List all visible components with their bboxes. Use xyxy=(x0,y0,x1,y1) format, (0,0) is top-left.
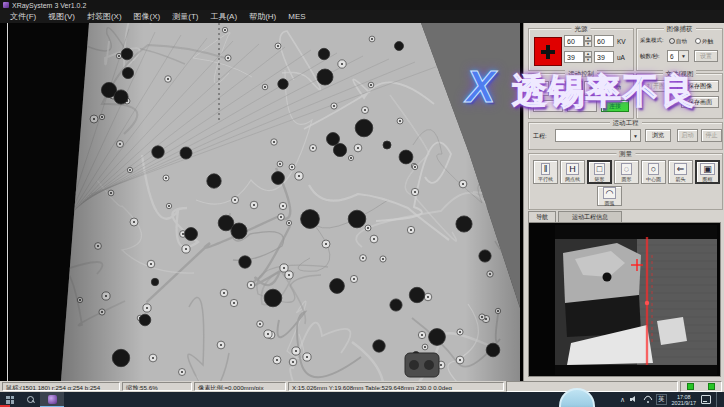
measure-tool-icon: ◠ xyxy=(603,187,617,199)
measure-tool-icon: H xyxy=(566,163,579,175)
kv-spinner[interactable]: ▲▼ xyxy=(584,35,592,47)
search-icon xyxy=(27,396,34,403)
capture-mode-auto[interactable]: 自动 xyxy=(669,37,687,45)
menu-item-2[interactable]: 视图(V) xyxy=(42,11,81,22)
status-bar: 鼠标:(1501,180) r:254 g:254 b:254缩放:55.6%像… xyxy=(0,381,724,392)
measure-tool-icon: ‖ xyxy=(541,163,551,175)
measure-tool-label: 图框 xyxy=(703,176,713,182)
status-led-1 xyxy=(687,383,694,390)
source-group: 光源 60 ▲▼ 60 KV 39 ▲▼ 39 uA xyxy=(528,28,634,71)
action-center-icon[interactable] xyxy=(701,395,711,404)
project-combo[interactable]: ▼ xyxy=(555,129,641,142)
kv-set-field[interactable]: 60 xyxy=(564,35,584,47)
measure-tool-label: 中心圆 xyxy=(646,176,661,182)
capture-group-title: 图像捕获 xyxy=(664,25,696,34)
screen: XRaySystem 3 Ver1.0.2 文件(F)视图(V)封装图(X)图像… xyxy=(0,0,724,407)
tab-1[interactable]: 导航 xyxy=(528,211,556,222)
measure-tool-icon: ○ xyxy=(648,163,659,175)
project-browse-button[interactable]: 浏览 xyxy=(645,129,671,142)
menu-bar: 文件(F)视图(V)封装图(X)图像(X)测量(T)工具(A)帮助(H)MES xyxy=(0,10,724,23)
measure-tool-8[interactable]: ◠ 圆弧 xyxy=(597,186,622,206)
capture-mode-label: 采集模式: xyxy=(640,37,664,44)
input-language-indicator[interactable]: 英 xyxy=(656,394,667,405)
project-start-button[interactable]: 启动 xyxy=(677,129,698,142)
measure-group: 测量 ‖ 平行线H 两点线□ 矩形◌ 圆形○ 中心圆⇐ 箭头▣ 图框◠ 圆弧 xyxy=(528,153,723,210)
taskbar-app-xraysystem[interactable] xyxy=(40,392,64,407)
capture-mode-ext[interactable]: 外触 xyxy=(695,37,713,45)
measure-tool-label: 箭头 xyxy=(676,176,686,182)
source-group-title: 光源 xyxy=(572,25,591,34)
measure-tool-6[interactable]: ⇐ 箭头 xyxy=(668,160,693,184)
measure-tool-3[interactable]: □ 矩形 xyxy=(587,160,612,184)
ua-read-field: 39 xyxy=(594,51,614,63)
measure-tool-2[interactable]: H 两点线 xyxy=(560,160,585,184)
project-combo-arrow[interactable]: ▼ xyxy=(630,130,640,141)
status-leds xyxy=(680,381,722,392)
kv-read-field: 60 xyxy=(594,35,614,47)
measure-tool-4[interactable]: ◌ 圆形 xyxy=(614,160,639,184)
measure-tool-1[interactable]: ‖ 平行线 xyxy=(533,160,558,184)
title-bar: XRaySystem 3 Ver1.0.2 xyxy=(0,0,724,10)
tab-2[interactable]: 运动工程信息 xyxy=(558,211,622,222)
capture-group: 图像捕获 采集模式: 自动 外触 帧数/秒: 6 ▼ 设置 xyxy=(636,28,723,71)
measure-tool-7[interactable]: ▣ 图框 xyxy=(695,160,720,184)
measure-tool-label: 圆弧 xyxy=(605,200,615,206)
menu-item-5[interactable]: 测量(T) xyxy=(166,11,204,22)
measure-tool-icon: ⇐ xyxy=(674,163,688,175)
overlay-defect-text: 透锡率不良 xyxy=(512,68,697,115)
status-cell-3: 像素比例:=0.000mm/pix xyxy=(194,382,286,391)
show-desktop-button[interactable] xyxy=(716,392,720,407)
taskbar-search-button[interactable] xyxy=(20,392,40,407)
measure-tool-icon: ▣ xyxy=(700,163,715,175)
status-spacer xyxy=(506,381,678,392)
measure-tool-icon: ◌ xyxy=(621,163,632,175)
project-group: 运动工程 工程: ▼ 浏览 启动 停止 xyxy=(528,122,723,150)
taskbar-clock[interactable]: 17:08 2021/9/17 xyxy=(672,394,696,406)
measure-group-title: 测量 xyxy=(616,150,635,159)
kv-unit: KV xyxy=(617,38,626,45)
menu-item-6[interactable]: 工具(A) xyxy=(204,11,243,22)
menu-item-4[interactable]: 图像(X) xyxy=(128,11,167,22)
volume-icon[interactable] xyxy=(630,396,638,403)
measure-tool-label: 矩形 xyxy=(595,176,605,182)
status-cell-2: 缩放:55.6% xyxy=(122,382,192,391)
camera-video-area[interactable] xyxy=(528,222,721,377)
xray-viewport[interactable] xyxy=(0,23,523,381)
project-group-title: 运动工程 xyxy=(610,119,642,128)
xray-on-button[interactable] xyxy=(534,37,562,66)
capture-apply-button[interactable]: 设置 xyxy=(694,50,718,62)
app-icon xyxy=(3,2,9,8)
system-tray: ∧ 英 17:08 2021/9/17 xyxy=(620,392,724,407)
status-cell-4: X:15.026mm Y:19.608mm Table:529.648mm 23… xyxy=(288,382,504,391)
part-hole xyxy=(603,273,612,282)
menu-item-3[interactable]: 封装图(X) xyxy=(81,11,128,22)
radio-auto[interactable] xyxy=(669,38,675,44)
laser-dot xyxy=(645,301,649,305)
project-stop-button[interactable]: 停止 xyxy=(701,129,722,142)
measure-tool-label: 两点线 xyxy=(565,176,580,182)
ua-unit: uA xyxy=(617,54,625,61)
fps-combo-arrow[interactable]: ▼ xyxy=(678,51,688,61)
xray-image xyxy=(9,23,520,381)
xray-cross-icon xyxy=(541,45,555,59)
measure-tool-5[interactable]: ○ 中心圆 xyxy=(641,160,666,184)
tray-expand-icon[interactable]: ∧ xyxy=(620,396,625,404)
overlay-x-mark: X xyxy=(466,62,495,112)
measure-tool-icon: □ xyxy=(594,163,605,175)
menu-item-1[interactable]: 文件(F) xyxy=(4,11,42,22)
status-cell-1: 鼠标:(1501,180) r:254 g:254 b:254 xyxy=(2,382,120,391)
menu-item-7[interactable]: 帮助(H) xyxy=(243,11,282,22)
taskbar: ∧ 英 17:08 2021/9/17 xyxy=(0,392,724,407)
ua-set-field[interactable]: 39 xyxy=(564,51,584,63)
ua-spinner[interactable]: ▲▼ xyxy=(584,51,592,63)
fps-label: 帧数/秒: xyxy=(640,53,660,60)
camera-feed xyxy=(555,225,717,375)
network-icon[interactable] xyxy=(643,396,651,403)
radio-ext[interactable] xyxy=(695,38,701,44)
menu-item-8[interactable]: MES xyxy=(282,12,311,21)
xraysystem-app-icon xyxy=(48,395,57,404)
viewport-edge-line xyxy=(7,23,8,381)
measure-tool-label: 圆形 xyxy=(622,176,632,182)
fps-combo[interactable]: 6 ▼ xyxy=(667,50,689,62)
measure-tool-label: 平行线 xyxy=(538,176,553,182)
